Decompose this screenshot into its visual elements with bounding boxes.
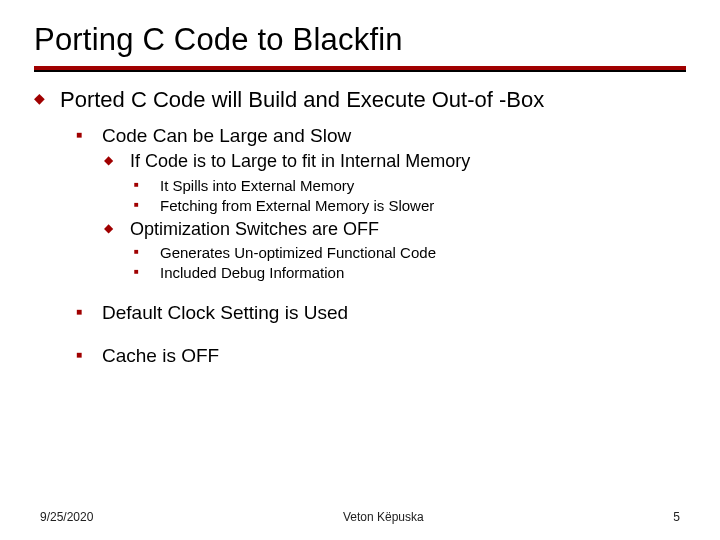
bullet-text: Code Can be Large and Slow bbox=[102, 124, 351, 149]
bullet-text: Generates Un-optimized Functional Code bbox=[160, 243, 436, 263]
bullet-lvl4: ■ It Spills into External Memory bbox=[134, 176, 686, 196]
bullet-lvl2: ■ Code Can be Large and Slow bbox=[76, 124, 686, 149]
diamond-icon: ◆ bbox=[104, 150, 130, 173]
slide-title: Porting C Code to Blackfin bbox=[0, 0, 720, 64]
square-icon: ■ bbox=[76, 344, 102, 369]
bullet-text: Fetching from External Memory is Slower bbox=[160, 196, 434, 216]
footer-date: 9/25/2020 bbox=[40, 510, 93, 524]
footer-page: 5 bbox=[673, 510, 680, 524]
footer-author: Veton Këpuska bbox=[343, 510, 424, 524]
square-icon: ■ bbox=[134, 176, 160, 196]
bullet-lvl4: ■ Generates Un-optimized Functional Code bbox=[134, 243, 686, 263]
bullet-text: Ported C Code will Build and Execute Out… bbox=[60, 86, 544, 114]
square-icon: ■ bbox=[76, 301, 102, 326]
diamond-icon: ◆ bbox=[104, 218, 130, 241]
bullet-lvl4: ■ Fetching from External Memory is Slowe… bbox=[134, 196, 686, 216]
bullet-lvl3: ◆ If Code is to Large to fit in Internal… bbox=[104, 150, 686, 173]
square-icon: ■ bbox=[134, 196, 160, 216]
bullet-lvl1: ◆ Ported C Code will Build and Execute O… bbox=[34, 86, 686, 114]
bullet-lvl2: ■ Cache is OFF bbox=[76, 344, 686, 369]
bullet-lvl2: ■ Default Clock Setting is Used bbox=[76, 301, 686, 326]
square-icon: ■ bbox=[134, 263, 160, 283]
bullet-lvl4: ■ Included Debug Information bbox=[134, 263, 686, 283]
bullet-text: Default Clock Setting is Used bbox=[102, 301, 348, 326]
bullet-text: Included Debug Information bbox=[160, 263, 344, 283]
slide-footer: 9/25/2020 Veton Këpuska 5 bbox=[0, 510, 720, 524]
bullet-text: If Code is to Large to fit in Internal M… bbox=[130, 150, 470, 173]
diamond-icon: ◆ bbox=[34, 86, 60, 114]
bullet-lvl3: ◆ Optimization Switches are OFF bbox=[104, 218, 686, 241]
square-icon: ■ bbox=[76, 124, 102, 149]
square-icon: ■ bbox=[134, 243, 160, 263]
bullet-text: Cache is OFF bbox=[102, 344, 219, 369]
bullet-text: Optimization Switches are OFF bbox=[130, 218, 379, 241]
bullet-text: It Spills into External Memory bbox=[160, 176, 354, 196]
slide-body: ◆ Ported C Code will Build and Execute O… bbox=[0, 72, 720, 368]
